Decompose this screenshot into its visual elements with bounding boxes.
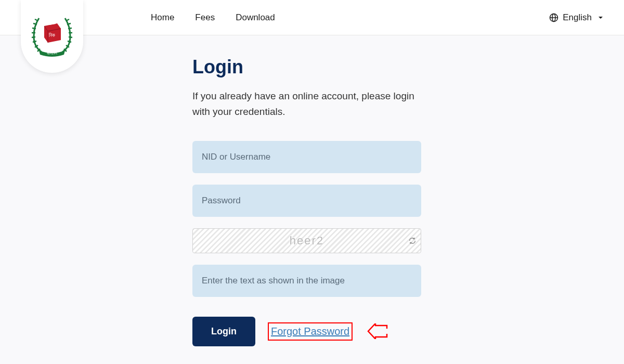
- language-selector[interactable]: English: [549, 12, 603, 23]
- login-subtitle: If you already have an online account, p…: [192, 88, 421, 120]
- svg-text:নিক: নিক: [49, 32, 55, 38]
- refresh-icon[interactable]: [408, 237, 417, 245]
- captcha-input[interactable]: [192, 265, 421, 297]
- nav-home[interactable]: Home: [151, 12, 174, 23]
- globe-icon: [549, 13, 558, 22]
- captcha-text: heer2: [290, 234, 324, 248]
- forgot-password-link[interactable]: Forgot Password: [268, 322, 353, 341]
- logo-icon: নিক বাংলাদেশ: [29, 8, 75, 60]
- nav-download[interactable]: Download: [236, 12, 275, 23]
- login-button[interactable]: Login: [192, 317, 255, 346]
- language-label: English: [563, 12, 592, 23]
- header: নিক বাংলাদেশ Home Fees Download English: [0, 0, 624, 35]
- login-form: Login If you already have an online acco…: [0, 35, 426, 346]
- action-row: Login Forgot Password: [192, 317, 426, 346]
- logo-badge[interactable]: নিক বাংলাদেশ: [21, 0, 83, 73]
- arrow-annotation-icon: [367, 323, 388, 339]
- nav-fees[interactable]: Fees: [195, 12, 215, 23]
- page-title: Login: [192, 56, 426, 78]
- username-input[interactable]: [192, 141, 421, 173]
- nav-links: Home Fees Download: [151, 12, 275, 23]
- chevron-down-icon: [598, 15, 603, 20]
- captcha-image: heer2: [192, 228, 421, 253]
- svg-text:বাংলাদেশ: বাংলাদেশ: [47, 51, 57, 55]
- password-input[interactable]: [192, 185, 421, 217]
